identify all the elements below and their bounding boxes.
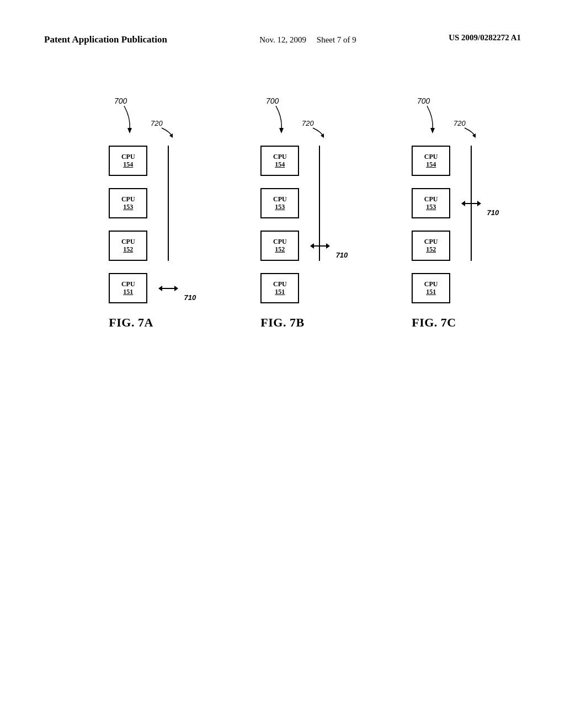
figure-7c: 700 720 CPU: [412, 146, 456, 330]
arrow-720-7b-icon: 720: [302, 118, 335, 140]
svg-marker-1: [127, 128, 132, 133]
page-header: Patent Application Publication Nov. 12, …: [44, 33, 521, 46]
arrow-710-7a: [158, 286, 178, 291]
svg-text:700: 700: [266, 97, 279, 105]
ref-710-7a: 710: [184, 293, 196, 302]
header-title: Patent Application Publication: [44, 33, 167, 46]
arrow-line-7a: [162, 288, 174, 289]
cpu-152-7b: CPU 152 710: [260, 231, 299, 261]
cpu-153-7a: CPU 153: [109, 188, 147, 218]
fig7b-column: 720 CPU 154 CPU 153: [260, 146, 304, 303]
diagram-area: 700 720 CPU: [44, 101, 521, 330]
header-date: Nov. 12, 2009: [259, 35, 306, 44]
patent-page: Patent Application Publication Nov. 12, …: [0, 0, 565, 728]
arrowhead-right-7a: [174, 286, 178, 291]
vertical-bar-7a: [168, 146, 169, 261]
figure-7a: 700 720 CPU: [109, 146, 153, 330]
svg-text:700: 700: [114, 97, 127, 105]
fig-7a-label: FIG. 7A: [109, 315, 153, 330]
arrowhead-right-7b: [326, 243, 330, 249]
ref-720-7b: 720: [302, 118, 335, 142]
svg-text:720: 720: [151, 119, 163, 127]
arrow-line-7b: [314, 245, 326, 247]
arrowhead-right-7c: [477, 201, 481, 206]
header-patent-number: US 2009/0282272 A1: [449, 33, 521, 42]
arrow-line-7c: [465, 203, 477, 204]
svg-text:720: 720: [454, 119, 466, 127]
header-sheet: Sheet 7 of 9: [317, 35, 356, 44]
figure-7b: 700 720 CPU: [260, 146, 304, 330]
header-date-sheet: Nov. 12, 2009 Sheet 7 of 9: [259, 33, 356, 46]
fig7a-column: 720 CPU 154 CPU 153: [109, 146, 153, 303]
arrowhead-left-7b: [310, 243, 314, 249]
fig7c-column: 720 CPU 154 CPU 153: [412, 146, 456, 303]
arrow-720-7a-icon: 720: [151, 118, 184, 140]
arrow-720-7c-icon: 720: [454, 118, 487, 140]
ref-720-7c: 720: [454, 118, 487, 142]
arrow-710-7b: [310, 243, 330, 249]
cpu-152-7a: CPU 152: [109, 231, 147, 261]
cpu-154-7a: CPU 154: [109, 146, 147, 176]
ref-710-7c: 710: [487, 208, 499, 217]
fig-7c-label: FIG. 7C: [412, 315, 456, 330]
svg-marker-9: [430, 128, 435, 133]
cpu-154-7b: CPU 154: [260, 146, 299, 176]
ref-710-7b: 710: [336, 251, 348, 259]
cpu-153-7b: CPU 153: [260, 188, 299, 218]
cpu-154-7c: CPU 154: [412, 146, 450, 176]
cpu-151-7b: CPU 151: [260, 273, 299, 303]
fig-7b-label: FIG. 7B: [260, 315, 304, 330]
cpu-151-7a: CPU 151 710: [109, 273, 147, 303]
svg-marker-5: [279, 128, 284, 133]
arrow-710-7c: [461, 201, 481, 206]
cpu-152-7c: CPU 152: [412, 231, 450, 261]
svg-text:700: 700: [417, 97, 430, 105]
cpu-153-7c: CPU 153 710: [412, 188, 450, 218]
arrowhead-left-7c: [461, 201, 465, 206]
ref-720-7a: 720: [151, 118, 184, 142]
arrowhead-left-7a: [158, 286, 162, 291]
cpu-151-7c: CPU 151: [412, 273, 450, 303]
svg-text:720: 720: [302, 119, 314, 127]
